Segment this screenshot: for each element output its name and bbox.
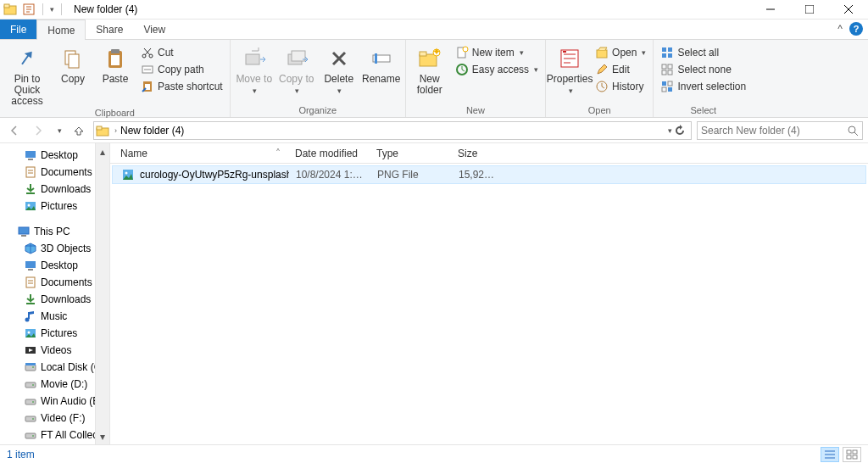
- nav-scrollbar[interactable]: ▴ ▾: [95, 143, 109, 444]
- delete-icon: [326, 45, 353, 72]
- svg-rect-55: [26, 167, 35, 177]
- svg-point-90: [125, 172, 128, 175]
- tab-home[interactable]: Home: [36, 20, 86, 40]
- invert-selection-button[interactable]: Invert selection: [657, 79, 749, 94]
- tab-file[interactable]: File: [0, 20, 36, 39]
- status-bar: 1 item: [0, 444, 868, 463]
- new-item-button[interactable]: New item▾: [452, 45, 542, 60]
- help-icon[interactable]: ?: [849, 22, 863, 36]
- nav-quick-downloads[interactable]: Downloads📌: [0, 181, 109, 198]
- copy-button[interactable]: Copy: [53, 42, 93, 85]
- nav-quick-documents[interactable]: Documents📌: [0, 164, 109, 181]
- svg-rect-50: [97, 126, 102, 130]
- desktop-icon: [24, 259, 37, 272]
- svg-rect-64: [28, 269, 33, 271]
- nav-desktop[interactable]: Desktop: [0, 257, 109, 274]
- nav-this-pc[interactable]: This PC: [0, 223, 109, 240]
- paste-label: Paste: [103, 74, 129, 85]
- ribbon-collapse-icon[interactable]: ^: [837, 23, 843, 35]
- file-list[interactable]: curology-OyUtwyP5zRg-unsplash10/8/2024 1…: [110, 164, 868, 444]
- maximize-button[interactable]: [790, 0, 829, 20]
- nav-videos[interactable]: Videos: [0, 342, 109, 359]
- up-button[interactable]: [70, 121, 88, 140]
- nav-3d-objects[interactable]: 3D Objects: [0, 240, 109, 257]
- paste-button[interactable]: Paste: [95, 42, 136, 85]
- svg-text:✦: ✦: [432, 47, 441, 58]
- scroll-down-icon[interactable]: ▾: [97, 430, 109, 443]
- chevron-right-icon[interactable]: ›: [114, 126, 117, 135]
- easy-access-button[interactable]: Easy access▾: [452, 62, 542, 77]
- svg-point-71: [28, 332, 31, 334]
- refresh-button[interactable]: [674, 125, 686, 137]
- address-bar[interactable]: › New folder (4) ▾: [93, 121, 692, 140]
- new-item-icon: [455, 46, 469, 59]
- nav-audio-h-[interactable]: Audio (H:): [0, 443, 109, 444]
- svg-rect-1: [4, 4, 9, 8]
- col-type[interactable]: Type: [370, 148, 451, 159]
- select-all-icon: [660, 46, 674, 59]
- search-icon[interactable]: [847, 125, 859, 137]
- pin-quick-access-button[interactable]: Pin to Quick access: [3, 42, 51, 108]
- delete-button[interactable]: Delete▾: [319, 42, 359, 96]
- nav-win-audio-e-[interactable]: Win Audio (E:): [0, 393, 109, 410]
- nav-video-f-[interactable]: Video (F:): [0, 410, 109, 427]
- address-dropdown-icon[interactable]: ▾: [668, 126, 672, 135]
- nav-downloads[interactable]: Downloads: [0, 291, 109, 308]
- recent-locations-button[interactable]: ▾: [53, 121, 64, 140]
- new-folder-button[interactable]: ✦ New folder: [409, 42, 450, 96]
- svg-rect-61: [19, 227, 29, 234]
- nav-ft-all-collection[interactable]: FT All Collection: [0, 427, 109, 443]
- tab-share[interactable]: Share: [86, 20, 133, 39]
- history-icon: [595, 80, 609, 93]
- col-name[interactable]: Name˄: [110, 148, 288, 159]
- organize-group-label: Organize: [234, 105, 402, 117]
- col-date[interactable]: Date modified: [288, 148, 370, 159]
- search-input[interactable]: [701, 125, 843, 137]
- minimize-button[interactable]: [751, 0, 790, 20]
- search-box[interactable]: [697, 121, 863, 140]
- nav-quick-desktop[interactable]: Desktop📌: [0, 147, 109, 164]
- copy-path-button[interactable]: Copy path: [137, 62, 226, 77]
- col-size[interactable]: Size: [451, 148, 502, 159]
- nav-quick-pictures[interactable]: Pictures📌: [0, 198, 109, 215]
- file-row[interactable]: curology-OyUtwyP5zRg-unsplash10/8/2024 1…: [112, 165, 866, 184]
- nav-documents[interactable]: Documents: [0, 274, 109, 291]
- select-all-button[interactable]: Select all: [657, 45, 749, 60]
- drive-icon: [24, 411, 37, 425]
- tab-view[interactable]: View: [133, 20, 175, 39]
- move-to-button[interactable]: Move to ▾: [234, 42, 275, 96]
- svg-rect-78: [25, 399, 36, 404]
- nav-movie-d-[interactable]: Movie (D:): [0, 376, 109, 393]
- close-button[interactable]: [829, 0, 868, 20]
- scroll-up-icon[interactable]: ▴: [97, 145, 109, 158]
- open-button[interactable]: Open▾: [592, 45, 649, 60]
- rename-button[interactable]: Rename: [361, 42, 402, 85]
- svg-rect-95: [853, 450, 857, 454]
- svg-rect-76: [25, 382, 36, 388]
- paste-shortcut-button[interactable]: Paste shortcut: [137, 79, 226, 94]
- edit-button[interactable]: Edit: [592, 62, 649, 77]
- cut-button[interactable]: Cut: [137, 45, 226, 60]
- forward-button[interactable]: [29, 121, 47, 140]
- properties-button[interactable]: Properties▾: [549, 42, 590, 96]
- back-button[interactable]: [5, 121, 24, 140]
- ribbon-group-clipboard: Pin to Quick access Copy Paste Cut Copy …: [0, 40, 231, 117]
- open-icon: [595, 46, 609, 59]
- svg-rect-53: [25, 151, 36, 158]
- image-file-icon: [121, 168, 135, 181]
- breadcrumb[interactable]: New folder (4): [120, 125, 184, 137]
- history-button[interactable]: History: [592, 79, 649, 94]
- thumbnails-view-button[interactable]: [843, 447, 861, 462]
- nav-local-disk-c-[interactable]: Local Disk (C:): [0, 359, 109, 376]
- nav-music[interactable]: Music: [0, 308, 109, 325]
- copy-to-button[interactable]: Copy to ▾: [276, 42, 317, 96]
- navigation-pane: Desktop📌Documents📌Downloads📌Pictures📌 Th…: [0, 143, 110, 444]
- nav-pictures[interactable]: Pictures: [0, 325, 109, 342]
- ribbon-group-open: Properties▾ Open▾ Edit History Open: [546, 40, 654, 117]
- details-view-button[interactable]: [821, 447, 839, 462]
- svg-point-32: [463, 47, 468, 52]
- select-none-button[interactable]: Select none: [657, 62, 749, 77]
- save-icon[interactable]: [22, 3, 36, 16]
- qat-dropdown-icon[interactable]: ▾: [50, 5, 54, 14]
- pic-icon: [24, 199, 37, 213]
